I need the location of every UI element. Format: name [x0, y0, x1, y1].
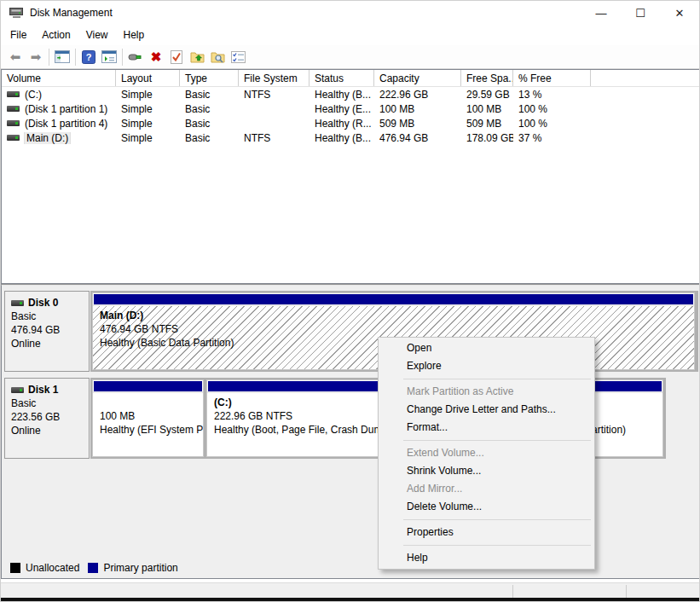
primary-partition-bar	[94, 294, 693, 304]
menu-file[interactable]: File	[3, 26, 34, 43]
disk0-label[interactable]: Disk 0 Basic 476.94 GB Online	[4, 291, 90, 372]
menu-separator	[403, 519, 591, 520]
close-button[interactable]: ✕	[660, 1, 699, 25]
menu-item-mark-partition-active: Mark Partition as Active	[379, 383, 594, 401]
column-header-blank	[591, 70, 700, 86]
menu-item-help[interactable]: Help	[379, 549, 594, 567]
column-header-volume[interactable]: Volume	[2, 70, 116, 86]
menu-item-format[interactable]: Format...	[379, 419, 594, 437]
disk-icon	[11, 300, 24, 306]
drive-icon	[7, 106, 20, 112]
toolbar: ⬅ ➡ ? ✖	[1, 45, 699, 69]
disk-icon	[11, 387, 24, 393]
svg-text:?: ?	[86, 52, 92, 62]
toolbar-separator	[122, 49, 123, 66]
disk1-size: 223.56 GB	[11, 410, 89, 424]
help-icon[interactable]: ?	[78, 48, 99, 67]
column-header-pct-free[interactable]: % Free	[513, 70, 591, 86]
drive-icon	[7, 120, 20, 126]
volume-row-c[interactable]: (C:) Simple Basic NTFS Healthy (B... 222…	[2, 87, 700, 101]
window-bottom-edge	[1, 598, 700, 601]
menu-item-properties[interactable]: Properties	[379, 524, 594, 541]
minimize-button[interactable]: —	[581, 1, 621, 25]
partition-context-menu: Open Explore Mark Partition as Active Ch…	[378, 337, 595, 570]
volume-list-pane: Volume Layout Type File System Status Ca…	[1, 69, 700, 284]
volume-row-disk1-partition1[interactable]: (Disk 1 partition 1) Simple Basic Health…	[2, 101, 700, 116]
folder-search-icon[interactable]	[207, 48, 228, 67]
menu-separator	[403, 545, 591, 546]
toolbar-separator	[75, 49, 76, 66]
legend-unallocated: Unallocated	[10, 562, 79, 574]
unallocated-swatch	[10, 563, 20, 573]
menu-bar: File Action View Help	[1, 25, 699, 45]
screwdriver-icon[interactable]	[125, 48, 146, 67]
menu-help[interactable]: Help	[116, 26, 153, 43]
column-header-type[interactable]: Type	[180, 70, 239, 86]
menu-action[interactable]: Action	[34, 26, 78, 43]
disk0-size: 476.94 GB	[11, 323, 89, 337]
disk0-state: Online	[11, 337, 89, 350]
drive-icon	[7, 91, 20, 97]
primary-partition-bar	[94, 381, 202, 391]
menu-item-shrink-volume[interactable]: Shrink Volume...	[379, 462, 594, 480]
checklist-icon[interactable]	[228, 48, 248, 67]
selected-volume-label: Main (D:)	[25, 132, 70, 144]
disk0-kind: Basic	[11, 310, 89, 323]
disk1-label[interactable]: Disk 1 Basic 223.56 GB Online	[4, 378, 90, 459]
drive-icon	[7, 135, 20, 141]
menu-item-explore[interactable]: Explore	[379, 357, 594, 375]
console-tree-icon[interactable]	[52, 48, 72, 67]
delete-icon[interactable]: ✖	[146, 48, 166, 67]
menu-item-change-drive-letter[interactable]: Change Drive Letter and Paths...	[379, 401, 594, 419]
volume-table-header: Volume Layout Type File System Status Ca…	[2, 70, 700, 87]
status-divider	[626, 585, 627, 598]
disk-graphical-pane: Disk 0 Basic 476.94 GB Online Main (D:) …	[1, 284, 700, 579]
disk-management-window: Disk Management — ☐ ✕ File Action View H…	[0, 0, 700, 602]
menu-item-open[interactable]: Open	[379, 339, 594, 357]
status-divider	[512, 585, 513, 598]
window-title: Disk Management	[30, 7, 113, 19]
title-bar: Disk Management — ☐ ✕	[1, 1, 699, 25]
menu-view[interactable]: View	[78, 26, 116, 43]
legend: Unallocated Primary partition	[10, 562, 178, 574]
check-document-icon[interactable]	[166, 48, 187, 67]
console-window-icon[interactable]	[99, 48, 119, 67]
forward-icon[interactable]: ➡	[26, 48, 46, 67]
volume-row-main-d[interactable]: Main (D:) Simple Basic NTFS Healthy (B..…	[2, 130, 700, 145]
volume-row-disk1-partition4[interactable]: (Disk 1 partition 4) Simple Basic Health…	[2, 116, 700, 130]
column-header-file-system[interactable]: File System	[239, 70, 310, 86]
folder-up-icon[interactable]	[187, 48, 207, 67]
column-header-capacity[interactable]: Capacity	[374, 70, 461, 86]
disk1-state: Online	[11, 424, 89, 437]
menu-separator	[403, 440, 591, 441]
legend-primary-partition: Primary partition	[88, 562, 177, 574]
column-header-free-space[interactable]: Free Spa...	[461, 70, 513, 86]
menu-item-extend-volume: Extend Volume...	[379, 444, 594, 462]
column-header-status[interactable]: Status	[310, 70, 374, 86]
back-icon[interactable]: ⬅	[5, 48, 26, 67]
menu-item-add-mirror: Add Mirror...	[379, 480, 594, 498]
menu-item-delete-volume[interactable]: Delete Volume...	[379, 498, 594, 516]
disk1-kind: Basic	[11, 397, 89, 410]
disk-management-app-icon	[9, 7, 24, 19]
toolbar-separator	[49, 49, 49, 66]
partition-efi-system[interactable]: 100 MB Healthy (EFI System Pa	[92, 379, 204, 457]
column-header-layout[interactable]: Layout	[116, 70, 180, 86]
menu-separator	[403, 379, 591, 379]
maximize-button[interactable]: ☐	[621, 1, 660, 25]
primary-partition-swatch	[88, 563, 98, 573]
status-bar	[1, 582, 700, 598]
